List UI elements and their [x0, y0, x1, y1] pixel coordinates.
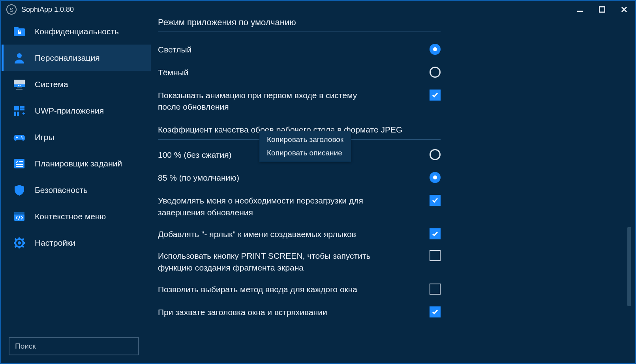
- sidebar-item-label: Конфиденциальность: [35, 27, 119, 36]
- option-label-shortcut-suffix: Добавлять "- ярлык" к имени создаваемых …: [158, 228, 356, 240]
- radio-theme-dark[interactable]: [430, 67, 441, 78]
- app-logo-icon: S: [6, 4, 17, 15]
- sidebar-item-label: UWP-приложения: [35, 106, 104, 116]
- sidebar-item-label: Планировщик заданий: [35, 159, 122, 168]
- checkbox-printscreen[interactable]: [430, 250, 441, 261]
- option-label-aero-shake: При захвате заголовка окна и встряхивани…: [158, 306, 327, 318]
- svg-line-34: [15, 239, 16, 240]
- svg-rect-8: [17, 88, 22, 88]
- option-label-dark: Тёмный: [158, 66, 188, 78]
- monitor-icon: [13, 78, 26, 91]
- scrollbar-thumb[interactable]: [627, 227, 631, 306]
- svg-rect-15: [14, 112, 16, 116]
- sidebar-item-label: Персонализация: [35, 53, 100, 63]
- svg-rect-22: [14, 159, 24, 168]
- checkbox-anim-signin[interactable]: [430, 90, 441, 101]
- option-label-q85: 85 % (по умолчанию): [158, 171, 239, 183]
- svg-rect-3: [14, 27, 19, 30]
- checkbox-notify-restart[interactable]: [430, 195, 441, 206]
- sidebar-item-security[interactable]: Безопасность: [2, 177, 151, 203]
- code-window-icon: [13, 210, 26, 223]
- sidebar-item-label: Настройки: [35, 238, 75, 248]
- radio-theme-light[interactable]: [430, 44, 441, 55]
- sidebar-item-privacy[interactable]: Конфиденциальность: [2, 18, 151, 45]
- svg-rect-16: [17, 112, 19, 116]
- svg-rect-0: [577, 11, 583, 12]
- sidebar-item-label: Система: [35, 80, 68, 89]
- svg-rect-9: [16, 89, 23, 90]
- svg-rect-13: [20, 106, 24, 108]
- svg-rect-7: [14, 84, 25, 87]
- svg-point-19: [22, 137, 23, 138]
- context-menu-copy-description[interactable]: Копировать описание: [260, 146, 351, 160]
- option-label-anim-signin: Показывать анимацию при первом входе в с…: [158, 89, 379, 113]
- svg-text:+: +: [22, 110, 25, 117]
- section-header-app-mode: Режим приложения по умолчанию: [158, 18, 441, 32]
- radio-q85[interactable]: [430, 172, 441, 183]
- checkbox-input-per-window[interactable]: [430, 284, 441, 295]
- radio-q100[interactable]: [430, 149, 441, 160]
- sidebar-item-label: Безопасность: [35, 185, 88, 195]
- content-area: Режим приложения по умолчанию Светлый Тё…: [151, 18, 634, 362]
- shield-icon: [13, 183, 26, 197]
- svg-rect-25: [16, 166, 23, 167]
- gear-icon: [13, 236, 26, 250]
- sidebar-item-contextmenu[interactable]: Контекстное меню: [2, 203, 151, 230]
- sidebar-item-uwp[interactable]: + UWP-приложения: [2, 97, 151, 124]
- titlebar: S SophiApp 1.0.80: [1, 1, 635, 18]
- app-title: SophiApp 1.0.80: [21, 6, 74, 14]
- svg-point-11: [20, 85, 21, 86]
- svg-point-29: [18, 241, 21, 245]
- search-input[interactable]: [9, 337, 139, 355]
- window-controls: [569, 1, 635, 18]
- option-label-input-per-window: Позволить выбирать метод ввода для каждо…: [158, 283, 357, 295]
- sidebar-item-settings[interactable]: Настройки: [2, 230, 151, 256]
- svg-point-10: [18, 85, 19, 86]
- svg-rect-1: [599, 7, 605, 12]
- maximize-button[interactable]: [591, 1, 613, 18]
- close-button[interactable]: [613, 1, 635, 18]
- checkbox-shortcut-suffix[interactable]: [430, 228, 441, 239]
- svg-rect-12: [14, 106, 19, 110]
- svg-rect-23: [19, 161, 23, 162]
- sidebar-item-system[interactable]: Система: [2, 71, 151, 97]
- option-label-printscreen: Использовать кнопку PRINT SCREEN, чтобы …: [158, 249, 379, 273]
- svg-rect-24: [16, 164, 23, 165]
- sidebar-item-label: Игры: [35, 133, 54, 142]
- user-icon: [13, 51, 26, 65]
- search-container: [9, 337, 139, 355]
- svg-line-35: [23, 246, 24, 247]
- sidebar-item-label: Контекстное меню: [35, 212, 106, 221]
- svg-rect-4: [18, 32, 21, 34]
- gamepad-icon: [13, 131, 26, 144]
- svg-point-5: [17, 53, 22, 58]
- minimize-button[interactable]: [569, 1, 591, 18]
- option-label-q100: 100 % (без сжатия): [158, 148, 232, 161]
- svg-line-36: [23, 239, 24, 240]
- svg-rect-21: [17, 136, 17, 138]
- context-menu: Копировать заголовок Копировать описание: [259, 131, 351, 162]
- svg-point-18: [21, 136, 22, 137]
- nav: Конфиденциальность Персонализация Систем…: [2, 18, 151, 256]
- context-menu-copy-title[interactable]: Копировать заголовок: [260, 133, 351, 146]
- sidebar-item-games[interactable]: Игры: [2, 124, 151, 150]
- sidebar-item-scheduler[interactable]: Планировщик заданий: [2, 150, 151, 177]
- sidebar-item-personalization[interactable]: Персонализация: [2, 45, 151, 71]
- sidebar: Конфиденциальность Персонализация Систем…: [2, 18, 151, 362]
- checkbox-aero-shake[interactable]: [430, 306, 441, 317]
- option-label-notify-restart: Уведомлять меня о необходимости перезагр…: [158, 194, 379, 218]
- option-label-light: Светлый: [158, 43, 191, 55]
- folder-lock-icon: [13, 25, 26, 38]
- checklist-icon: [13, 157, 26, 170]
- svg-rect-27: [14, 212, 24, 215]
- apps-grid-icon: +: [13, 104, 26, 118]
- svg-line-37: [15, 246, 16, 247]
